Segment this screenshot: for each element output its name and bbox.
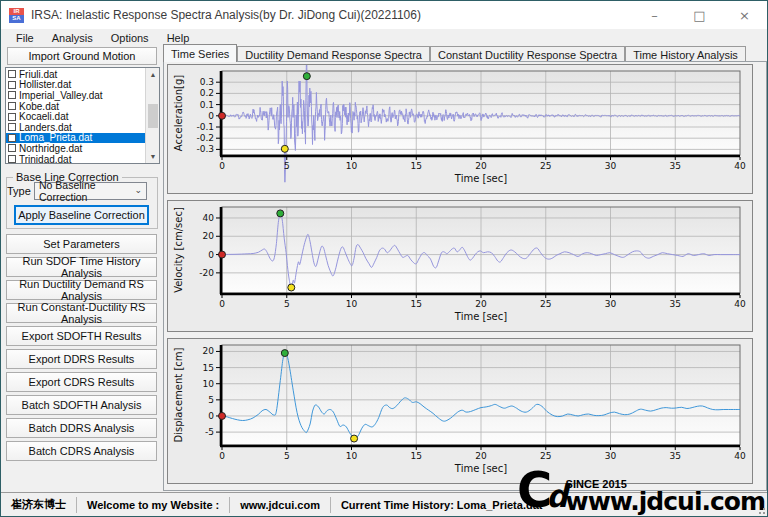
checkbox-icon[interactable] — [8, 102, 16, 110]
tab-ductility-demand-response-spectra[interactable]: Ductility Demand Response Spectra — [237, 46, 430, 62]
apply-baseline-correction-button[interactable]: Apply Baseline Correction — [14, 205, 149, 225]
scroll-up-icon[interactable]: ▲ — [146, 68, 160, 81]
svg-text:0: 0 — [208, 111, 214, 121]
file-item-hollister-dat[interactable]: Hollister.dat — [6, 80, 145, 91]
file-item-friuli-dat[interactable]: Friuli.dat — [6, 69, 145, 80]
svg-text:20: 20 — [475, 299, 487, 309]
file-item-trinidad-dat[interactable]: Trinidad.dat — [6, 154, 145, 164]
max-marker — [303, 73, 310, 80]
tab-strip: Time SeriesDuctility Demand Response Spe… — [163, 44, 746, 62]
velocity-cm-sec-chart: 051015202530354040200-20Time [sec]Veloci… — [168, 201, 752, 329]
svg-text:-0.1: -0.1 — [196, 122, 214, 132]
svg-text:0: 0 — [219, 451, 225, 461]
menu-item-analysis[interactable]: Analysis — [45, 31, 100, 45]
file-item-loma_prieta-dat[interactable]: Loma_Prieta.dat — [6, 133, 145, 144]
scroll-thumb[interactable] — [148, 104, 158, 128]
app-icon-bottom: SA — [9, 15, 24, 23]
svg-text:5: 5 — [284, 299, 290, 309]
batch-ddrs-analysis-button[interactable]: Batch DDRS Analysis — [6, 418, 157, 438]
svg-text:10: 10 — [203, 379, 215, 389]
svg-text:-0.2: -0.2 — [196, 133, 214, 143]
svg-text:-0.3: -0.3 — [196, 144, 214, 154]
acceleration-chart-panel: 05101520253035400.30.20.10-0.1-0.2-0.3Ti… — [167, 64, 753, 194]
jdcui-logo: Cd — [517, 468, 562, 517]
tab-time-history-analysis[interactable]: Time History Analysis — [625, 46, 746, 62]
file-name: Hollister.dat — [19, 79, 71, 90]
svg-text:5: 5 — [284, 451, 290, 461]
maximize-button[interactable]: □ — [677, 1, 722, 29]
svg-text:0.2: 0.2 — [200, 88, 214, 98]
file-item-kocaeli-dat[interactable]: Kocaeli.dat — [6, 111, 145, 122]
start-marker — [219, 412, 226, 419]
baseline-type-select[interactable]: No Baseline Correction ⌄ — [34, 182, 147, 200]
run-ductility-demand-rs-analysis-button[interactable]: Run Ductility Demand RS Analysis — [6, 280, 157, 300]
watermark-url: www.jdcui.com — [566, 490, 765, 514]
svg-text:-20: -20 — [199, 268, 214, 278]
checkbox-icon[interactable] — [8, 81, 16, 89]
menu-item-options[interactable]: Options — [104, 31, 156, 45]
title-bar: IR SA IRSA: Inelastic Response Spectra A… — [1, 1, 767, 29]
checkbox-icon[interactable] — [8, 123, 16, 131]
svg-text:30: 30 — [605, 161, 617, 171]
app-icon: IR SA — [9, 8, 24, 23]
displacement-cm-chart: 051015202530354020151050-5Time [sec]Disp… — [168, 339, 752, 481]
checkbox-icon[interactable] — [8, 70, 16, 78]
min-marker — [351, 435, 358, 442]
svg-text:30: 30 — [605, 451, 617, 461]
svg-text:Displacement [cm]: Displacement [cm] — [173, 347, 184, 442]
file-item-imperial_valley-dat[interactable]: Imperial_Valley.dat — [6, 90, 145, 101]
velocity-chart-panel: 051015202530354040200-20Time [sec]Veloci… — [167, 200, 753, 332]
svg-text:0: 0 — [219, 161, 225, 171]
svg-text:0.3: 0.3 — [200, 77, 214, 87]
run-constant-ductility-rs-analysis-button[interactable]: Run Constant-Ductility RS Analysis — [6, 303, 157, 323]
export-sdofth-results-button[interactable]: Export SDOFTH Results — [6, 326, 157, 346]
file-item-kobe-dat[interactable]: Kobe.dat — [6, 101, 145, 112]
start-marker — [219, 112, 226, 119]
tab-constant-ductility-response-spectra[interactable]: Constant Ductility Response Spectra — [430, 46, 625, 62]
minimize-button[interactable]: – — [632, 1, 677, 29]
type-label: Type — [7, 185, 31, 197]
export-cdrs-results-button[interactable]: Export CDRS Results — [6, 372, 157, 392]
svg-text:0: 0 — [208, 250, 214, 260]
window-title: IRSA: Inelastic Response Spectra Analysi… — [31, 8, 421, 22]
svg-text:15: 15 — [203, 363, 214, 373]
svg-text:Time [sec]: Time [sec] — [454, 173, 507, 184]
menu-item-file[interactable]: File — [9, 31, 41, 45]
min-marker — [288, 284, 295, 291]
close-button[interactable]: × — [722, 1, 767, 29]
scroll-down-icon[interactable]: ▼ — [146, 150, 160, 163]
file-item-landers-dat[interactable]: Landers.dat — [6, 122, 145, 133]
file-item-northridge-dat[interactable]: Northridge.dat — [6, 143, 145, 154]
ground-motion-list[interactable]: Friuli.datHollister.datImperial_Valley.d… — [5, 67, 160, 164]
file-name: Loma_Prieta.dat — [19, 132, 92, 143]
checkbox-icon[interactable] — [8, 134, 16, 142]
svg-text:10: 10 — [346, 299, 358, 309]
batch-cdrs-analysis-button[interactable]: Batch CDRS Analysis — [6, 441, 157, 461]
svg-text:5: 5 — [284, 161, 290, 171]
file-name: Kobe.dat — [19, 101, 59, 112]
batch-sdofth-analysis-button[interactable]: Batch SDOFTH Analysis — [6, 395, 157, 415]
export-ddrs-results-button[interactable]: Export DDRS Results — [6, 349, 157, 369]
svg-text:20: 20 — [203, 346, 215, 356]
app-icon-top: IR — [9, 8, 24, 16]
chevron-down-icon: ⌄ — [134, 185, 142, 195]
resize-grip[interactable] — [755, 504, 765, 514]
list-scrollbar[interactable]: ▲ ▼ — [145, 68, 159, 163]
checkbox-icon[interactable] — [8, 144, 16, 152]
svg-text:35: 35 — [670, 299, 681, 309]
tab-time-series[interactable]: Time Series — [163, 44, 237, 62]
acceleration-g-chart: 05101520253035400.30.20.10-0.1-0.2-0.3Ti… — [168, 65, 752, 191]
svg-text:35: 35 — [670, 161, 681, 171]
menu-item-help[interactable]: Help — [160, 31, 197, 45]
svg-text:Time [sec]: Time [sec] — [454, 463, 507, 474]
checkbox-icon[interactable] — [8, 155, 16, 163]
baseline-type-value: No Baseline Correction — [39, 179, 146, 203]
checkbox-icon[interactable] — [8, 113, 16, 121]
checkbox-icon[interactable] — [8, 91, 16, 99]
svg-text:15: 15 — [411, 451, 422, 461]
run-sdof-time-history-analysis-button[interactable]: Run SDOF Time History Analysis — [6, 257, 157, 277]
svg-text:30: 30 — [605, 299, 617, 309]
svg-text:Time [sec]: Time [sec] — [454, 311, 507, 322]
import-ground-motion-button[interactable]: Import Ground Motion — [7, 47, 157, 65]
set-parameters-button[interactable]: Set Parameters — [6, 234, 157, 254]
